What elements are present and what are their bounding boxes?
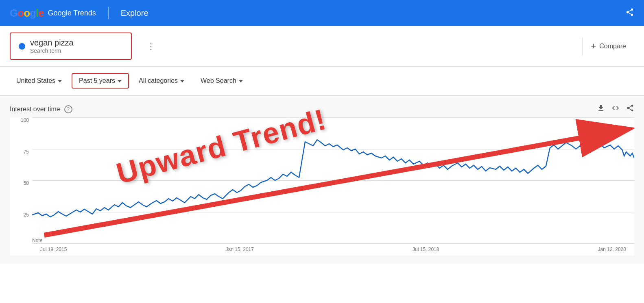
search-type-filter-label: Web Search bbox=[201, 77, 236, 84]
google-trends-logo: Google Google Trends bbox=[10, 7, 96, 19]
x-label-2: Jan 15, 2017 bbox=[226, 247, 254, 252]
region-chevron-icon bbox=[58, 80, 62, 82]
y-axis: 100 75 50 25 bbox=[10, 117, 32, 243]
search-type-chevron-icon bbox=[239, 80, 243, 82]
compare-plus-icon: + bbox=[591, 41, 596, 52]
x-axis: Jul 19, 2015 Jan 15, 2017 Jul 15, 2018 J… bbox=[32, 243, 634, 255]
header-logo-area: Google Google Trends Explore bbox=[10, 7, 148, 19]
time-range-filter-label: Past 5 years bbox=[79, 77, 115, 84]
category-chevron-icon bbox=[180, 80, 184, 82]
chart-header: Interest over time ? bbox=[10, 104, 634, 114]
header-divider bbox=[108, 7, 109, 19]
search-area: vegan pizza Search term ⋮ + Compare bbox=[0, 26, 644, 67]
embed-icon[interactable] bbox=[611, 104, 620, 114]
app-header: Google Google Trends Explore bbox=[0, 0, 644, 26]
google-g-logo: Google bbox=[10, 7, 44, 19]
more-options-button[interactable]: ⋮ bbox=[146, 41, 155, 52]
compare-button[interactable]: + Compare bbox=[582, 37, 634, 56]
search-term-box[interactable]: vegan pizza Search term bbox=[10, 32, 132, 60]
search-term-name: vegan pizza bbox=[30, 38, 74, 48]
y-label-75: 75 bbox=[24, 149, 29, 155]
category-filter-label: All categories bbox=[139, 77, 178, 84]
help-icon-label: ? bbox=[67, 106, 70, 112]
y-label-25: 25 bbox=[24, 212, 29, 218]
category-filter-button[interactable]: All categories bbox=[132, 74, 191, 88]
chart-section: Interest over time ? 100 75 50 2 bbox=[0, 96, 644, 264]
share-icon[interactable] bbox=[626, 104, 634, 114]
chart-title-area: Interest over time ? bbox=[10, 105, 72, 113]
x-label-3: Jul 15, 2018 bbox=[413, 247, 439, 252]
y-label-100: 100 bbox=[21, 117, 29, 123]
term-info: vegan pizza Search term bbox=[30, 38, 74, 54]
chart-container: 100 75 50 25 bbox=[10, 117, 634, 255]
chart-inner: 100 75 50 25 bbox=[10, 117, 634, 255]
app-name-label: Google Trends bbox=[48, 9, 96, 17]
chart-help-icon[interactable]: ? bbox=[64, 105, 72, 113]
x-label-4: Jan 12, 2020 bbox=[598, 247, 626, 252]
line-chart-svg bbox=[32, 117, 634, 243]
x-label-1: Jul 19, 2015 bbox=[40, 247, 67, 252]
time-range-filter-button[interactable]: Past 5 years bbox=[72, 73, 129, 89]
header-share-icon[interactable] bbox=[625, 8, 634, 19]
chart-title: Interest over time bbox=[10, 106, 60, 113]
term-color-dot bbox=[19, 43, 25, 50]
chart-actions bbox=[597, 104, 634, 114]
y-label-50: 50 bbox=[24, 180, 29, 186]
time-range-chevron-icon bbox=[118, 80, 122, 82]
region-filter-label: United States bbox=[16, 77, 55, 84]
note-label: Note bbox=[32, 238, 42, 243]
search-type-filter-button[interactable]: Web Search bbox=[194, 74, 249, 88]
compare-label: Compare bbox=[599, 43, 626, 50]
grid-area bbox=[32, 117, 634, 243]
search-term-type: Search term bbox=[30, 48, 74, 54]
region-filter-button[interactable]: United States bbox=[10, 74, 68, 88]
download-icon[interactable] bbox=[597, 104, 605, 114]
filter-bar: United States Past 5 years All categorie… bbox=[0, 67, 644, 96]
note-text: Note bbox=[32, 238, 42, 243]
page-title: Explore bbox=[121, 9, 148, 18]
